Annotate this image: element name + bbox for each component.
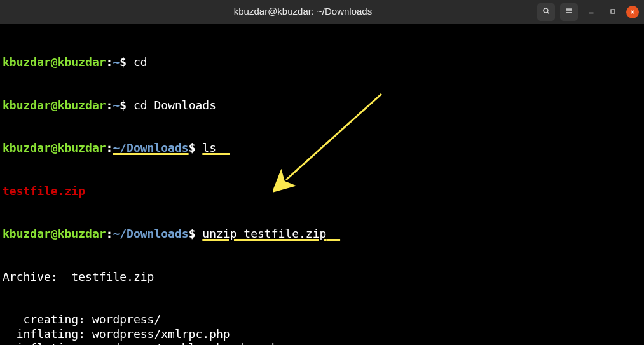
prompt-userhost: kbuzdar@kbuzdar xyxy=(3,55,106,69)
archive-line: Archive: testfile.zip xyxy=(3,270,641,285)
ls-output: testfile.zip xyxy=(3,184,641,199)
prompt-userhost: kbuzdar@kbuzdar xyxy=(3,227,106,240)
prompt-sep: : xyxy=(106,55,113,69)
menu-button[interactable] xyxy=(560,3,578,21)
prompt-sigil: $ xyxy=(120,98,127,112)
prompt-sep: : xyxy=(106,141,113,154)
prompt-path-downloads: ~/Downloads xyxy=(113,141,188,154)
prompt-line-3: kbuzdar@kbuzdar:~/Downloads$ ls xyxy=(3,141,641,156)
search-icon xyxy=(542,4,551,19)
prompt-line-1: kbuzdar@kbuzdar:~$ cd xyxy=(3,55,641,70)
prompt-path-home: ~ xyxy=(113,55,120,69)
svg-line-1 xyxy=(547,12,549,14)
prompt-sigil: $ xyxy=(189,141,196,154)
command-cd-downloads xyxy=(127,98,134,112)
command-cd xyxy=(127,55,134,69)
unzip-entry: creating: wordpress/ xyxy=(3,313,641,327)
command-ls: ls xyxy=(202,141,216,154)
command-cd-text: cd xyxy=(134,55,147,69)
maximize-icon xyxy=(609,4,617,19)
unzip-entry: inflating: wordpress/wp-blog-header.php xyxy=(3,341,641,345)
prompt-sigil: $ xyxy=(120,55,127,69)
prompt-sep: : xyxy=(106,98,113,112)
command-unzip: unzip testfile.zip xyxy=(202,227,326,240)
prompt-line-4: kbuzdar@kbuzdar:~/Downloads$ unzip testf… xyxy=(3,227,641,241)
titlebar: kbuzdar@kbuzdar: ~/Downloads xyxy=(0,0,644,24)
search-button[interactable] xyxy=(537,3,555,21)
prompt-sigil: $ xyxy=(189,227,196,240)
unzip-entry: inflating: wordpress/xmlrpc.php xyxy=(3,327,641,342)
prompt-path-downloads: ~/Downloads xyxy=(113,227,188,240)
prompt-sep: : xyxy=(106,227,113,240)
close-button[interactable] xyxy=(626,6,639,18)
archive-text: Archive: testfile.zip xyxy=(3,270,154,283)
svg-rect-6 xyxy=(611,10,615,13)
prompt-userhost: kbuzdar@kbuzdar xyxy=(3,98,106,112)
hamburger-icon xyxy=(565,4,573,19)
prompt-path-home: ~ xyxy=(113,98,120,112)
window-title: kbuzdar@kbuzdar: ~/Downloads xyxy=(69,6,537,18)
close-icon xyxy=(629,4,636,19)
terminal-area[interactable]: kbuzdar@kbuzdar:~$ cd kbuzdar@kbuzdar:~$… xyxy=(0,24,644,345)
minimize-icon xyxy=(587,4,596,19)
titlebar-controls xyxy=(537,3,639,21)
minimize-button[interactable] xyxy=(583,4,599,20)
prompt-userhost: kbuzdar@kbuzdar xyxy=(3,141,106,154)
ls-file-zip: testfile.zip xyxy=(3,184,85,198)
unzip-entries: creating: wordpress/ inflating: wordpres… xyxy=(3,313,641,345)
command-cd-downloads-text: cd Downloads xyxy=(134,98,216,112)
prompt-line-2: kbuzdar@kbuzdar:~$ cd Downloads xyxy=(3,98,641,113)
svg-point-0 xyxy=(544,8,548,13)
maximize-button[interactable] xyxy=(605,4,621,20)
